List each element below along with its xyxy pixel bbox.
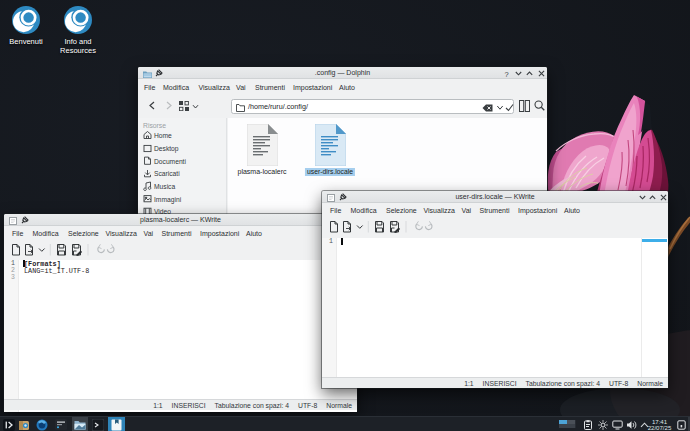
svg-text:?: ? <box>505 70 509 79</box>
